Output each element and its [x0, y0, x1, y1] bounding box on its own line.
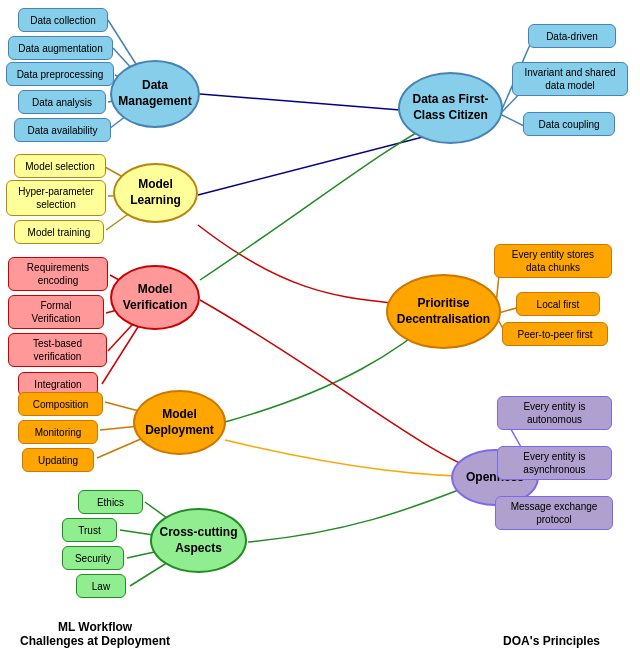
monitoring-rect: Monitoring: [18, 420, 98, 444]
composition-rect: Composition: [18, 392, 103, 416]
local-first-rect: Local first: [516, 292, 600, 316]
hyper-param-rect: Hyper-parameterselection: [6, 180, 106, 216]
every-entity-auto-rect: Every entity isautonomous: [497, 396, 612, 430]
model-deploy-node: ModelDeployment: [133, 390, 226, 455]
updating-rect: Updating: [22, 448, 94, 472]
crosscutting-node: Cross-cuttingAspects: [150, 508, 247, 573]
data-mgmt-node: DataManagement: [110, 60, 200, 128]
req-encoding-rect: Requirementsencoding: [8, 257, 108, 291]
test-based-rect: Test-basedverification: [8, 333, 107, 367]
invariant-shared-rect: Invariant and shareddata model: [512, 62, 628, 96]
formal-verif-rect: FormalVerification: [8, 295, 104, 329]
every-entity-async-rect: Every entity isasynchronous: [497, 446, 612, 480]
data-preprocessing-rect: Data preprocessing: [6, 62, 114, 86]
model-training-rect: Model training: [14, 220, 104, 244]
every-entity-stores-rect: Every entity storesdata chunks: [494, 244, 612, 278]
data-augmentation-rect: Data augmentation: [8, 36, 113, 60]
trust-rect: Trust: [62, 518, 117, 542]
model-learning-node: ModelLearning: [113, 163, 198, 223]
data-driven-rect: Data-driven: [528, 24, 616, 48]
model-verif-node: ModelVerification: [110, 265, 200, 330]
peer-to-peer-rect: Peer-to-peer first: [502, 322, 608, 346]
prioritise-decent-node: PrioritiseDecentralisation: [386, 274, 501, 349]
svg-line-29: [198, 130, 450, 195]
security-rect: Security: [62, 546, 124, 570]
data-analysis-rect: Data analysis: [18, 90, 106, 114]
ethics-rect: Ethics: [78, 490, 143, 514]
footer-right-label: DOA's Principles: [503, 634, 600, 648]
data-first-node: Data as First-Class Citizen: [398, 72, 503, 144]
msg-exchange-rect: Message exchangeprotocol: [495, 496, 613, 530]
data-collection-rect: Data collection: [18, 8, 108, 32]
data-availability-rect: Data availability: [14, 118, 111, 142]
model-selection-rect: Model selection: [14, 154, 106, 178]
data-coupling-rect: Data coupling: [523, 112, 615, 136]
law-rect: Law: [76, 574, 126, 598]
footer-left-label: ML WorkflowChallenges at Deployment: [20, 620, 170, 648]
